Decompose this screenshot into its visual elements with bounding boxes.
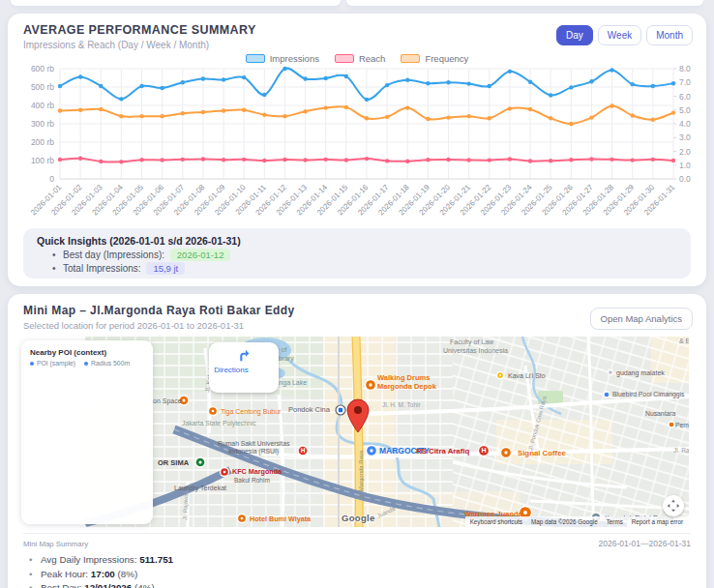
svg-text:2026-01-01: 2026-01-01 xyxy=(29,183,64,218)
summary-value: 511.751 xyxy=(139,554,173,565)
map-label: gudang malatek xyxy=(616,369,665,377)
svg-text:2026-01-06: 2026-01-06 xyxy=(132,183,166,218)
svg-text:2026-01-05: 2026-01-05 xyxy=(111,183,146,218)
svg-text:2026-01-29: 2026-01-29 xyxy=(602,183,637,218)
legend-label: Reach xyxy=(359,53,385,64)
svg-text:H: H xyxy=(301,447,306,454)
legend-item-frequency[interactable]: Frequency xyxy=(401,53,468,64)
pan-arrows-icon xyxy=(666,498,681,514)
mini-map-card: Mini Map – Jl.Margonda Raya Roti Bakar E… xyxy=(8,294,706,588)
google-logo[interactable]: Google xyxy=(342,513,375,523)
poi-icon[interactable] xyxy=(669,422,674,427)
svg-text:2026-01-28: 2026-01-28 xyxy=(581,183,616,218)
range-button-day[interactable]: Day xyxy=(556,25,593,45)
svg-text:2026-01-20: 2026-01-20 xyxy=(418,183,453,218)
page-subtitle: Impressions & Reach (Day / Week / Month) xyxy=(23,40,256,50)
svg-text:4.0: 4.0 xyxy=(679,119,691,129)
map-place-card[interactable]: Directions xyxy=(209,342,279,393)
svg-text:2026-01-12: 2026-01-12 xyxy=(254,183,289,218)
svg-text:2026-01-19: 2026-01-19 xyxy=(398,183,432,218)
map-period-caption: 2026-01-01—2026-01-31 xyxy=(599,539,691,548)
svg-text:3.0: 3.0 xyxy=(679,132,691,142)
svg-text:2026-01-04: 2026-01-04 xyxy=(91,183,126,218)
svg-text:H: H xyxy=(481,447,486,455)
mini-map-subtitle: Selected location for period 2026-01-01 … xyxy=(23,320,295,331)
mini-map-footer: Mini Map Summary 2026-01-01—2026-01-31 xyxy=(23,533,691,548)
quick-insights-title: Quick Insights (2026-01-01 s/d 2026-01-3… xyxy=(37,235,691,247)
poi-legend-sample: POI (sample) xyxy=(30,360,75,367)
map-label: Walking Drums xyxy=(377,373,430,382)
range-button-month[interactable]: Month xyxy=(646,25,693,45)
nearby-poi-panel: Nearby POI (context) POI (sample) Radius… xyxy=(21,340,153,524)
svg-text:2026-01-31: 2026-01-31 xyxy=(642,183,677,218)
map-label: Bakul Rohim xyxy=(234,477,270,484)
best-day-item: Best Day: 12/01/2026 (4%) xyxy=(29,581,173,588)
impressions-swatch-icon xyxy=(246,54,265,63)
total-impressions-item: Total Impressions: 15,9 jt xyxy=(52,262,691,276)
poi-dot-icon xyxy=(30,362,34,366)
svg-text:2026-01-25: 2026-01-25 xyxy=(520,183,554,218)
poi-icon[interactable] xyxy=(609,370,613,375)
svg-text:2026-01-10: 2026-01-10 xyxy=(213,183,248,218)
dashboard-page: { "performance_card": { "title": "AVERAG… xyxy=(0,0,714,588)
performance-line-chart: 600 rb500 rb400 rb300 rb200 rb100 rb08.0… xyxy=(8,66,706,230)
open-map-analytics-button[interactable]: Open Map Analytics xyxy=(590,308,694,330)
avg-daily-impressions-item: Avg Daily Impressions: 511.751 xyxy=(29,553,173,568)
map-label: Universitas Indonesia xyxy=(443,347,508,354)
summary-value: 12/01/2026 xyxy=(84,582,132,588)
map-data-credit: Map data ©2026 Google xyxy=(531,518,598,525)
map-label: Nusantara xyxy=(645,410,676,417)
keyboard-shortcuts-link[interactable]: Keyboard shortcuts xyxy=(470,518,522,525)
svg-text:7.0: 7.0 xyxy=(679,77,691,87)
range-toggle-group: Day Week Month xyxy=(556,25,693,45)
summary-suffix: (4%) xyxy=(132,582,154,588)
poi-legend-radius: Radius 500m xyxy=(84,360,130,367)
summary-label: Peak Hour: xyxy=(41,569,91,579)
directions-icon xyxy=(236,347,253,364)
reach-swatch-icon xyxy=(335,54,354,63)
map-label: Jl. H. M. Tohir xyxy=(382,401,421,408)
average-performance-card: AVERAGE PERFORMANCE SUMMARY Impressions … xyxy=(8,14,706,286)
svg-text:2026-01-08: 2026-01-08 xyxy=(172,183,207,218)
map-attribution: Keyboard shortcuts Map data ©2026 Google… xyxy=(465,516,689,527)
svg-text:2026-01-18: 2026-01-18 xyxy=(376,183,411,218)
svg-text:2026-01-03: 2026-01-03 xyxy=(70,183,104,218)
range-button-week[interactable]: Week xyxy=(598,25,641,45)
report-map-error-link[interactable]: Report a map error xyxy=(632,518,683,525)
svg-text:2026-01-16: 2026-01-16 xyxy=(336,183,371,218)
legend-item-impressions[interactable]: Impressions xyxy=(246,53,319,64)
mini-map-header: Mini Map – Jl.Margonda Raya Roti Bakar E… xyxy=(23,304,295,331)
svg-text:300 rb: 300 rb xyxy=(31,119,54,129)
poi-icon[interactable] xyxy=(604,392,610,397)
map-label: Jl. Margonda Raya xyxy=(358,450,364,499)
map-label: Laundry Terdekat xyxy=(174,485,226,492)
map-pan-control[interactable] xyxy=(663,495,684,516)
quick-insights-box: Quick Insights (2026-01-01 s/d 2026-01-3… xyxy=(23,228,691,279)
svg-text:500 rb: 500 rb xyxy=(31,82,54,92)
svg-text:200 rb: 200 rb xyxy=(31,137,54,147)
google-map[interactable]: HH& EateFaculty of LawUniversitas Indone… xyxy=(85,337,689,527)
directions-label: Directions xyxy=(214,366,249,374)
summary-label: Best Day: xyxy=(41,582,84,588)
poi-panel-title: Nearby POI (context) xyxy=(21,340,153,360)
terms-link[interactable]: Terms xyxy=(607,518,623,525)
legend-item-reach[interactable]: Reach xyxy=(335,53,385,64)
best-day-badge: 2026-01-12 xyxy=(170,249,231,261)
map-label: Rumah Sakit Universitas xyxy=(218,440,290,447)
mini-map-summary-list: Avg Daily Impressions: 511.751 Peak Hour… xyxy=(29,553,173,588)
map-label: & Eate xyxy=(679,338,689,344)
poi-legend-label: POI (sample) xyxy=(37,360,75,367)
previous-card-edge-left xyxy=(11,0,341,6)
map-label: Pempek Pal xyxy=(675,422,689,429)
map-label: Kava Li'l Sto xyxy=(508,372,546,379)
svg-text:2026-01-17: 2026-01-17 xyxy=(356,183,391,218)
svg-text:600 rb: 600 rb xyxy=(31,66,54,74)
map-label: Bluebird Pool Cimanggis xyxy=(612,391,685,398)
svg-text:5.0: 5.0 xyxy=(679,105,691,115)
total-impressions-label: Total Impressions: xyxy=(63,263,141,274)
svg-text:8.0: 8.0 xyxy=(679,66,691,74)
svg-text:100 rb: 100 rb xyxy=(31,156,54,165)
map-label: Faculty of Law xyxy=(450,338,494,346)
svg-text:2.0: 2.0 xyxy=(679,147,691,157)
mini-map-title: Mini Map – Jl.Margonda Raya Roti Bakar E… xyxy=(23,304,295,317)
